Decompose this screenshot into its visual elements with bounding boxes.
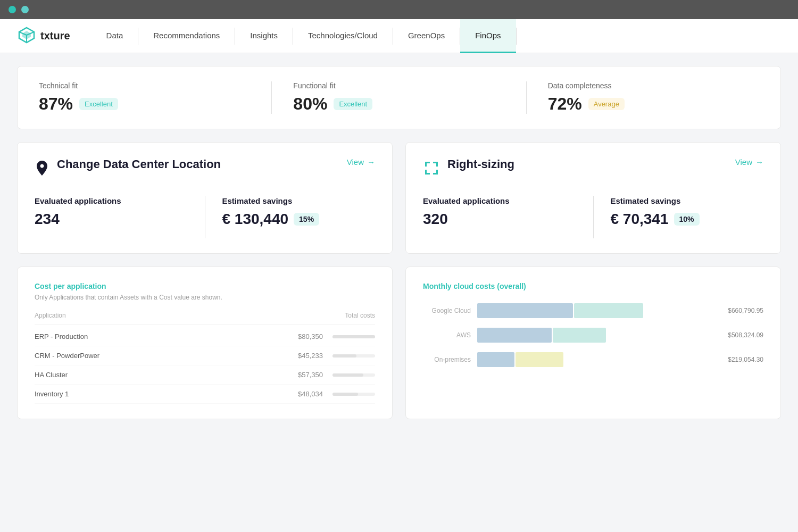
stat-label-eval-rs: Evaluated applications [423, 196, 576, 206]
card-stats-rs: Evaluated applications 320 Estimated sav… [423, 196, 763, 238]
card-header-rs: Right-sizing View → [423, 157, 763, 179]
chart-label-google: Google Cloud [423, 307, 471, 314]
logo-text: txture [40, 30, 70, 42]
metric-technical-value: 87% [39, 94, 73, 114]
table-row: ERP - Production $80,350 [35, 327, 375, 346]
card-change-data-center: Change Data Center Location View → Evalu… [17, 142, 393, 254]
metric-completeness-label: Data completeness [548, 81, 759, 90]
metric-completeness-badge: Average [588, 98, 625, 110]
os-dot-teal [21, 6, 29, 13]
card-title-rs: Right-sizing [447, 157, 514, 171]
stat-value-eval-rs: 320 [423, 211, 448, 228]
cost-bar-0 [332, 335, 375, 338]
cost-bar-container-1 [332, 354, 375, 358]
bar-google-blue [477, 303, 573, 318]
arrow-right-icon-rs: → [755, 157, 763, 167]
metric-technical-label: Technical fit [39, 81, 250, 90]
app-cost-1: $45,233 [298, 352, 323, 360]
stat-label-eval-cdc: Evaluated applications [35, 196, 188, 206]
card-stats-cdc: Evaluated applications 234 Estimated sav… [35, 196, 375, 238]
logo-icon [17, 26, 36, 47]
chart-value-google: $660,790.95 [728, 307, 763, 314]
stat-divider-cdc [205, 196, 205, 238]
metrics-card: Technical fit 87% Excellent Functional f… [17, 66, 781, 129]
stat-eval-apps-rs: Evaluated applications 320 [423, 196, 576, 228]
app-name-2: HA Cluster [35, 371, 68, 379]
table-row-right-0: $80,350 [298, 332, 375, 340]
logo: txture [17, 26, 70, 47]
stat-value-row-eval-rs: 320 [423, 211, 576, 228]
bottom-row: Cost per application Only Applications t… [17, 267, 781, 419]
nav-item-greenops[interactable]: GreenOps [393, 19, 460, 53]
bar-aws-blue [477, 328, 552, 343]
stat-label-savings-rs: Estimated savings [611, 196, 764, 206]
metric-functional-badge: Excellent [334, 98, 372, 110]
table-row-right-3: $48,034 [298, 390, 375, 398]
nav-item-recommendations[interactable]: Recommendations [138, 19, 235, 53]
card-header-change-data-center: Change Data Center Location View → [35, 157, 375, 179]
arrow-right-icon: → [367, 157, 375, 167]
nav-items: Data Recommendations Insights Technologi… [92, 19, 781, 53]
cost-bar-1 [332, 354, 356, 358]
stat-savings-cdc: Estimated savings € 130,440 15% [222, 196, 376, 228]
cost-bar-2 [332, 373, 363, 377]
metric-completeness-value: 72% [548, 94, 582, 114]
card-title-row-cdc: Change Data Center Location [35, 157, 221, 179]
stat-savings-rs: Estimated savings € 70,341 10% [611, 196, 764, 228]
card-title-row-rs: Right-sizing [423, 157, 514, 179]
card-right-sizing: Right-sizing View → Evaluated applicatio… [405, 142, 781, 254]
stat-value-eval-cdc: 234 [35, 211, 60, 228]
metric-divider-2 [526, 81, 527, 114]
bar-aws-teal [553, 328, 606, 343]
bar-google-teal [574, 303, 643, 318]
metric-technical-value-row: 87% Excellent [39, 94, 250, 114]
stat-value-savings-rs: € 70,341 [611, 211, 669, 228]
nav-item-technologies[interactable]: Technologies/Cloud [293, 19, 393, 53]
table-row: CRM - PowderPower $45,233 [35, 346, 375, 365]
main-content: Technical fit 87% Excellent Functional f… [0, 53, 798, 532]
table-row: HA Cluster $57,350 [35, 365, 375, 385]
metric-technical-badge: Excellent [79, 98, 118, 110]
cost-bar-container-0 [332, 335, 375, 338]
chart-bar-area-google [477, 303, 717, 318]
chart-label-onprem: On-premises [423, 356, 471, 363]
bar-onprem-yellow [516, 352, 563, 367]
stat-value-row-savings-cdc: € 130,440 15% [222, 211, 376, 228]
bar-onprem-blue [477, 352, 514, 367]
chart-value-onprem: $219,054.30 [728, 356, 763, 363]
chart-bar-area-aws [477, 328, 717, 343]
os-dot-green [9, 6, 16, 13]
card-view-link-cdc[interactable]: View → [347, 157, 375, 167]
nav-item-finops[interactable]: FinOps [460, 19, 516, 53]
chart-row-aws: AWS $508,324.09 [423, 328, 763, 343]
card-title-cdc: Change Data Center Location [57, 157, 221, 171]
stat-value-row-eval-cdc: 234 [35, 211, 188, 228]
table-row: Inventory 1 $48,034 [35, 385, 375, 404]
nav-divider-6 [516, 28, 517, 45]
app-cost-0: $80,350 [298, 332, 323, 340]
navbar: txture Data Recommendations Insights Tec… [0, 19, 798, 53]
nav-item-insights[interactable]: Insights [235, 19, 293, 53]
app-name-1: CRM - PowderPower [35, 352, 99, 360]
savings-badge-cdc: 15% [294, 213, 319, 226]
app-name-0: ERP - Production [35, 332, 88, 340]
chart-label-aws: AWS [423, 331, 471, 339]
metric-completeness-value-row: 72% Average [548, 94, 759, 114]
metric-technical-fit: Technical fit 87% Excellent [39, 81, 250, 114]
location-icon [35, 160, 49, 179]
nav-item-data[interactable]: Data [92, 19, 138, 53]
app-cost-3: $48,034 [298, 390, 323, 398]
cost-per-app-subtitle: Only Applications that contain Assets wi… [35, 294, 375, 301]
table-row-right-1: $45,233 [298, 352, 375, 360]
cost-per-app-title: Cost per application [35, 282, 375, 290]
metric-data-completeness: Data completeness 72% Average [548, 81, 759, 114]
card-view-link-rs[interactable]: View → [735, 157, 763, 167]
chart-title: Monthly cloud costs (overall) [423, 282, 763, 290]
resize-icon [423, 160, 440, 179]
stat-label-savings-cdc: Estimated savings [222, 196, 376, 206]
stat-value-row-savings-rs: € 70,341 10% [611, 211, 764, 228]
cost-bar-3 [332, 393, 358, 396]
monthly-cloud-card: Monthly cloud costs (overall) Google Clo… [405, 267, 781, 419]
metric-functional-value: 80% [293, 94, 327, 114]
cost-bar-container-2 [332, 373, 375, 377]
